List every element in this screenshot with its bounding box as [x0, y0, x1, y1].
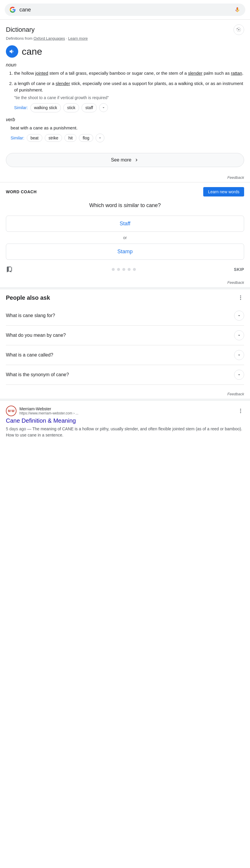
paa-menu-button[interactable]	[237, 294, 244, 301]
dot-4	[128, 268, 131, 271]
noun-definition-list: the hollow jointed stem of a tall grass,…	[6, 70, 244, 112]
skip-button[interactable]: SKIP	[234, 267, 244, 272]
word-coach-header: WORD COACH Learn new words	[6, 187, 244, 196]
word-header: cane	[6, 45, 244, 58]
feedback-row-3: Feedback	[0, 390, 250, 399]
choice-staff-button[interactable]: Staff	[6, 216, 244, 232]
bookmark-icon[interactable]	[6, 266, 13, 273]
chevron-down-icon-3	[237, 353, 242, 358]
svg-point-0	[238, 29, 240, 30]
paa-expand-1[interactable]	[234, 311, 244, 320]
expand-similar-verb-button[interactable]	[96, 133, 104, 142]
word-coach-question: Which word is similar to cane?	[6, 203, 244, 209]
three-dots-icon	[238, 295, 244, 301]
dot-1	[112, 268, 115, 271]
similar-chip-walking-stick[interactable]: walking stick	[30, 103, 61, 112]
feedback-link-3[interactable]: Feedback	[227, 392, 244, 396]
choice-stamp-button[interactable]: Stamp	[6, 244, 244, 260]
word-coach-title: WORD COACH	[6, 189, 37, 194]
see-more-button[interactable]: See more	[6, 153, 244, 167]
similar-chip-staff[interactable]: staff	[82, 103, 97, 112]
similar-italic: similar	[124, 203, 139, 208]
paa-item-4[interactable]: What is the synonym of cane?	[6, 365, 244, 385]
definition-noun-1: the hollow jointed stem of a tall grass,…	[14, 70, 244, 77]
similar-chip-stick[interactable]: stick	[63, 103, 79, 112]
mw-result-title-link[interactable]: Cane Definition & Meaning	[6, 417, 244, 424]
slender-word-1: slender	[188, 71, 202, 75]
definition-verb-1: beat with a cane as a punishment.	[10, 125, 244, 131]
noun-similar-row: Similar: walking stick stick staff	[14, 103, 244, 112]
oxford-languages-link[interactable]: Oxford Languages	[34, 36, 65, 40]
similar-label-noun: Similar:	[14, 105, 28, 111]
similar-chip-hit[interactable]: hit	[64, 134, 76, 142]
learn-new-words-button[interactable]: Learn new words	[203, 187, 244, 196]
svg-point-2	[240, 297, 241, 298]
settings-button[interactable]	[233, 24, 244, 35]
paa-expand-2[interactable]	[234, 330, 244, 340]
dot-2	[117, 268, 120, 271]
similar-chip-strike[interactable]: strike	[45, 134, 62, 142]
mw-logo: M·W	[6, 406, 17, 416]
speaker-icon	[9, 48, 15, 55]
paa-header: People also ask	[6, 294, 244, 301]
slender-word-2: slender	[56, 81, 70, 86]
paa-expand-4[interactable]	[234, 370, 244, 380]
see-more-label: See more	[111, 157, 131, 163]
mw-source-info: Merriam-Webster https://www.merriam-webs…	[20, 406, 79, 415]
mw-date: 5 days ago	[6, 427, 26, 431]
paa-item-2[interactable]: What do you mean by cane?	[6, 326, 244, 345]
dictionary-header: Dictionary	[6, 24, 244, 35]
word-coach-footer: SKIP	[6, 266, 244, 273]
search-input[interactable]: cane	[20, 7, 230, 13]
word-title: cane	[22, 46, 42, 57]
similar-chip-flog[interactable]: flog	[79, 134, 93, 142]
feedback-row-1: Feedback	[0, 173, 250, 182]
chevron-down-icon-1	[237, 313, 242, 318]
similar-chip-beat[interactable]: beat	[27, 134, 42, 142]
mw-source-left: M·W Merriam-Webster https://www.merriam-…	[6, 406, 79, 416]
mw-menu-button[interactable]	[237, 407, 244, 414]
learn-more-link[interactable]: Learn more	[68, 36, 88, 40]
chevron-down-icon-noun	[101, 105, 105, 110]
dot-3	[122, 268, 125, 271]
paa-item-1[interactable]: What is cane slang for?	[6, 306, 244, 326]
google-logo	[9, 6, 16, 13]
search-bar[interactable]: cane	[5, 3, 245, 16]
verb-similar-row: Similar: beat strike hit flog	[10, 133, 244, 142]
dot-5	[133, 268, 136, 271]
settings-icon	[236, 27, 242, 32]
see-more-container: See more	[0, 147, 250, 173]
paa-question-3: What is a cane called?	[6, 352, 53, 358]
paa-item-3[interactable]: What is a cane called?	[6, 345, 244, 365]
mw-three-dots-icon	[238, 408, 244, 414]
see-more-arrow-icon	[134, 157, 139, 163]
word-coach-section: WORD COACH Learn new words Which word is…	[0, 182, 250, 278]
jointed-word: jointed	[35, 71, 48, 75]
mw-site-name: Merriam-Webster	[20, 406, 79, 411]
similar-label-verb: Similar:	[10, 135, 24, 140]
svg-point-1	[240, 296, 241, 297]
feedback-row-2: Feedback	[0, 278, 250, 287]
mw-snippet-text: The meaning of CANE is a hollow or pithy…	[6, 427, 242, 437]
dictionary-title: Dictionary	[6, 26, 35, 34]
expand-similar-noun-button[interactable]	[99, 103, 108, 112]
paa-expand-3[interactable]	[234, 350, 244, 360]
mic-icon[interactable]	[234, 6, 241, 13]
paa-question-2: What do you mean by cane?	[6, 333, 66, 338]
mw-source-row: M·W Merriam-Webster https://www.merriam-…	[6, 406, 244, 416]
chevron-down-icon-4	[237, 372, 242, 377]
svg-point-4	[240, 409, 241, 410]
feedback-link-2[interactable]: Feedback	[227, 280, 244, 285]
svg-point-3	[240, 299, 241, 300]
audio-button[interactable]	[6, 45, 18, 58]
mw-url: https://www.merriam-webster.com › ...	[20, 411, 79, 415]
rattan-word: rattan	[231, 71, 242, 75]
merriam-webster-section: M·W Merriam-Webster https://www.merriam-…	[0, 399, 250, 443]
chevron-down-icon-2	[237, 333, 242, 338]
pos-noun: noun	[6, 62, 244, 68]
definitions-source: Definitions from Oxford Languages · Lear…	[6, 36, 244, 40]
feedback-link-1[interactable]: Feedback	[227, 175, 244, 180]
definition-noun-2: a length of cane or a slender stick, esp…	[14, 80, 244, 112]
verb-definition-container: beat with a cane as a punishment. Simila…	[6, 125, 244, 143]
svg-point-5	[240, 410, 241, 411]
